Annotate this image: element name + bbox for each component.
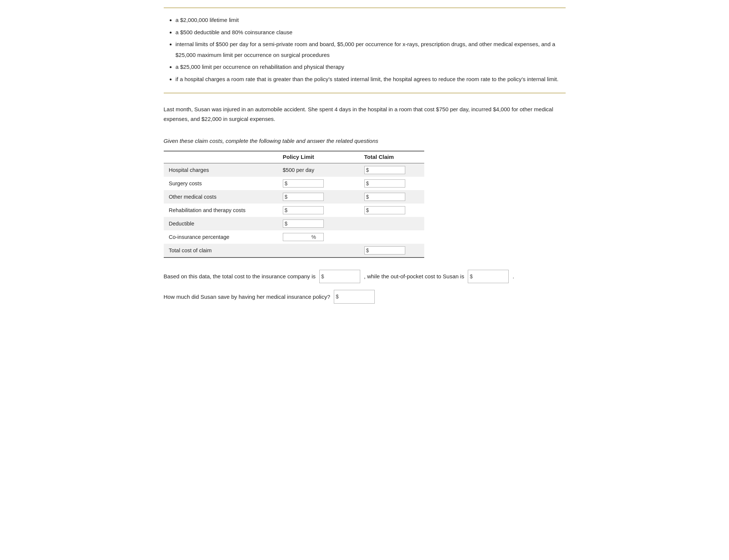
total-claim-input-wrapper: $ [364, 206, 405, 214]
total-claim-cell: $ [359, 177, 424, 190]
total-claim-dollar-input[interactable] [370, 180, 396, 186]
dollar-sign-2: $ [470, 271, 473, 282]
table-body: Hospital charges$500 per day$Surgery cos… [164, 163, 424, 257]
policy-limit-dollar-input[interactable] [288, 207, 314, 213]
table-row: Co-insurance percentage% [164, 230, 424, 244]
total-claim-dollar-input[interactable] [370, 194, 396, 200]
q1-suffix-text: . [512, 270, 514, 282]
policy-limit-cell: $ [278, 217, 359, 230]
table-row: Deductible$ [164, 217, 424, 230]
row-label: Deductible [164, 217, 278, 230]
row-label: Co-insurance percentage [164, 230, 278, 244]
dollar-input-wrapper: $ [283, 179, 324, 188]
narrative-text: Last month, Susan was injured in an auto… [164, 105, 566, 124]
total-claim-input-wrapper: $ [364, 179, 405, 188]
bullet-item: if a hospital charges a room rate that i… [176, 74, 566, 85]
bullet-item: a $25,000 limit per occurrence on rehabi… [176, 62, 566, 73]
savings-input[interactable] [339, 294, 365, 300]
table-row: Total cost of claim$ [164, 244, 424, 257]
dollar-input-wrapper: $ [283, 220, 324, 228]
bottom-questions: Based on this data, the total cost to th… [164, 270, 566, 304]
question-2-row: How much did Susan save by having her me… [164, 290, 566, 304]
row-label: Rehabilitation and therapy costs [164, 204, 278, 217]
policy-limit-cell: $ [278, 177, 359, 190]
col-header-label [164, 151, 278, 163]
percent-suffix: % [311, 234, 316, 240]
table-row: Hospital charges$500 per day$ [164, 163, 424, 177]
dollar-prefix: $ [366, 167, 369, 173]
dollar-prefix: $ [366, 180, 369, 186]
insurance-cost-input-group: $ [319, 270, 360, 284]
col-header-policy-limit: Policy Limit [278, 151, 359, 163]
total-claim-dollar-input[interactable] [370, 167, 396, 173]
susan-cost-input-group: $ [468, 270, 509, 284]
total-claim-input-wrapper: $ [364, 246, 405, 255]
table-row: Surgery costs$$ [164, 177, 424, 190]
instructions-text: Given these claim costs, complete the fo… [164, 138, 566, 144]
dollar-sign-1: $ [321, 271, 324, 282]
dollar-prefix: $ [285, 221, 288, 227]
dollar-input-wrapper: $ [283, 206, 324, 214]
policy-limit-cell: $ [278, 204, 359, 217]
q2-prefix-text: How much did Susan save by having her me… [164, 291, 330, 303]
bullet-list: a $2,000,000 lifetime limita $500 deduct… [164, 15, 566, 84]
savings-input-group: $ [334, 290, 375, 304]
insurance-cost-input[interactable] [325, 273, 351, 279]
policy-limit-cell: $ [278, 190, 359, 204]
q1-middle-text: , while the out-of-pocket cost to Susan … [364, 270, 464, 282]
policy-limit-cell: % [278, 230, 359, 244]
policy-limit-cell [278, 244, 359, 257]
question-1-row: Based on this data, the total cost to th… [164, 270, 566, 284]
susan-cost-input[interactable] [473, 273, 499, 279]
total-claim-cell [359, 217, 424, 230]
policy-limit-dollar-input[interactable] [288, 194, 314, 200]
dollar-prefix: $ [366, 194, 369, 200]
total-claim-cell [359, 230, 424, 244]
dollar-prefix: $ [285, 207, 288, 213]
dollar-input-wrapper: $ [283, 193, 324, 201]
row-label: Surgery costs [164, 177, 278, 190]
total-claim-cell: $ [359, 190, 424, 204]
dollar-prefix: $ [285, 194, 288, 200]
total-claim-dollar-input[interactable] [370, 207, 396, 213]
total-claim-cell: $ [359, 163, 424, 177]
table-row: Other medical costs$$ [164, 190, 424, 204]
policy-limit-dollar-input[interactable] [288, 221, 314, 227]
total-claim-input-wrapper: $ [364, 193, 405, 201]
policy-limit-dollar-input[interactable] [288, 180, 314, 186]
dollar-prefix: $ [285, 180, 288, 186]
dollar-prefix: $ [366, 247, 369, 253]
table-row: Rehabilitation and therapy costs$$ [164, 204, 424, 217]
bullet-item: a $2,000,000 lifetime limit [176, 15, 566, 26]
row-label: Other medical costs [164, 190, 278, 204]
row-label: Total cost of claim [164, 244, 278, 257]
bullet-item: a $500 deductible and 80% coinsurance cl… [176, 27, 566, 38]
q1-prefix-text: Based on this data, the total cost to th… [164, 270, 316, 282]
total-claim-cell: $ [359, 204, 424, 217]
bullet-item: internal limits of $500 per day for a se… [176, 39, 566, 60]
claim-table: Policy Limit Total Claim Hospital charge… [164, 151, 424, 258]
col-header-total-claim: Total Claim [359, 151, 424, 163]
row-label: Hospital charges [164, 163, 278, 177]
total-claim-input-wrapper: $ [364, 166, 405, 174]
dollar-sign-3: $ [336, 291, 339, 303]
policy-limit-cell: $500 per day [278, 163, 359, 177]
co-insurance-percent-input[interactable] [285, 234, 311, 240]
dollar-prefix: $ [366, 207, 369, 213]
total-claim-cell: $ [359, 244, 424, 257]
total-claim-dollar-input[interactable] [370, 247, 396, 253]
percent-input-wrapper: % [283, 233, 324, 241]
